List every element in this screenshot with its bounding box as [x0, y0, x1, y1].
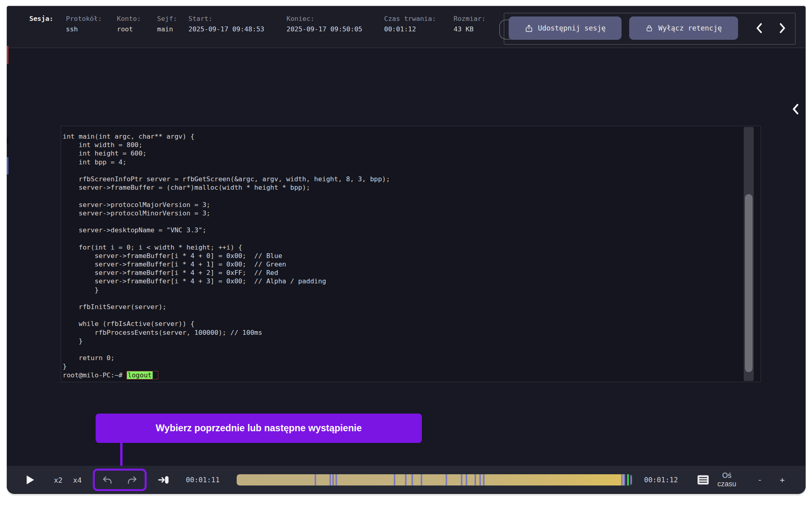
- next-button[interactable]: [774, 19, 792, 37]
- zoom-out-button[interactable]: -: [756, 475, 764, 485]
- prev-button[interactable]: [750, 19, 768, 37]
- chevron-left-icon: [756, 23, 762, 33]
- metadata-field-vault: Sejf: main: [157, 15, 188, 33]
- field-label: Koniec:: [286, 15, 384, 23]
- next-occurrence-button[interactable]: [127, 476, 137, 484]
- metadata-field-end: Koniec: 2025-09-17 09:50:05: [286, 15, 384, 33]
- field-label: Protokół:: [66, 15, 117, 23]
- disable-retention-label: Wyłącz retencję: [658, 24, 722, 32]
- skip-to-end-button[interactable]: [157, 475, 170, 485]
- field-label: Konto:: [117, 15, 157, 23]
- session-metadata: Sesja: Protokół: ssh Konto: root Sejf: m…: [29, 15, 485, 33]
- timeline-progress: [237, 474, 625, 486]
- collapse-panel-button[interactable]: [788, 102, 802, 116]
- chevron-left-icon: [792, 104, 799, 115]
- field-label: Sesja:: [29, 15, 66, 23]
- clipped-edge-artifact-red: [7, 46, 8, 64]
- terminal-prompt-line: root@milo-PC:~# logout: [61, 371, 761, 379]
- chevron-right-icon: [779, 23, 786, 33]
- share-session-label: Udostępnij sesję: [538, 24, 606, 32]
- metadata-field-session: Sesja:: [29, 15, 66, 25]
- field-value: main: [157, 25, 188, 33]
- player-controls-bar: x2 x4: [7, 466, 806, 494]
- scrollbar-thumb[interactable]: [745, 194, 753, 372]
- tooltip: Wybierz poprzednie lub następne wystąpie…: [96, 414, 422, 443]
- timeline-track[interactable]: [237, 474, 632, 486]
- zoom-in-button[interactable]: +: [778, 475, 786, 485]
- field-value: ssh: [66, 25, 117, 33]
- curved-arrow-right-icon: [127, 476, 137, 484]
- field-value: 43 KB: [454, 25, 485, 33]
- session-player-window: Sesja: Protokół: ssh Konto: root Sejf: m…: [6, 6, 806, 494]
- search-match-highlight: logout: [127, 371, 153, 379]
- clipped-edge-artifact-dark: [7, 137, 8, 144]
- tooltip-text: Wybierz poprzednie lub następne wystąpie…: [156, 423, 362, 434]
- metadata-field-protocol: Protokół: ssh: [66, 15, 117, 33]
- skip-to-end-icon: [157, 475, 170, 485]
- share-session-button[interactable]: Udostępnij sesję: [509, 16, 622, 40]
- prev-occurrence-button[interactable]: [102, 476, 112, 484]
- play-icon: [26, 475, 35, 485]
- field-label: Start:: [188, 15, 286, 23]
- metadata-field-start: Start: 2025-09-17 09:48:53: [188, 15, 286, 33]
- timeline-panel-button[interactable]: [697, 475, 709, 485]
- field-label: Rozmiar:: [454, 15, 485, 23]
- clipped-edge-artifact-blue: [7, 157, 8, 174]
- terminal-code: int main(int argc, char** argv) { int wi…: [61, 126, 761, 371]
- metadata-field-account: Konto: root: [117, 15, 157, 33]
- speed-x2-button[interactable]: x2: [54, 476, 63, 484]
- field-value: 2025-09-17 09:50:05: [286, 25, 384, 33]
- metadata-field-size: Rozmiar: 43 KB: [454, 15, 485, 33]
- field-label: Czas trwania:: [384, 15, 454, 23]
- lock-icon: [645, 24, 653, 33]
- total-time: 00:01:12: [644, 476, 682, 484]
- session-metadata-bar: Sesja: Protokół: ssh Konto: root Sejf: m…: [7, 6, 806, 48]
- elapsed-time: 00:01:11: [186, 476, 223, 484]
- disable-retention-button[interactable]: Wyłącz retencję: [629, 16, 738, 40]
- timeline-list-icon: [697, 475, 709, 485]
- prompt-text: root@milo-PC:~#: [63, 371, 127, 379]
- play-button[interactable]: [25, 475, 35, 485]
- field-value: 00:01:12: [384, 25, 454, 33]
- curved-arrow-left-icon: [102, 476, 112, 484]
- share-icon: [525, 24, 533, 33]
- terminal-scrollbar[interactable]: [744, 127, 754, 381]
- metadata-field-duration: Czas trwania: 00:01:12: [384, 15, 454, 33]
- occurrence-nav-group: [93, 469, 147, 491]
- field-label: Sejf:: [157, 15, 188, 23]
- field-value: 2025-09-17 09:48:53: [188, 25, 286, 33]
- timeline-panel-label[interactable]: Oś czasu: [712, 471, 741, 488]
- search-match-box: logout: [127, 371, 158, 379]
- speed-x4-button[interactable]: x4: [73, 476, 82, 484]
- field-value: root: [117, 25, 157, 33]
- terminal-output[interactable]: int main(int argc, char** argv) { int wi…: [61, 126, 761, 382]
- tooltip-connector: [120, 442, 123, 469]
